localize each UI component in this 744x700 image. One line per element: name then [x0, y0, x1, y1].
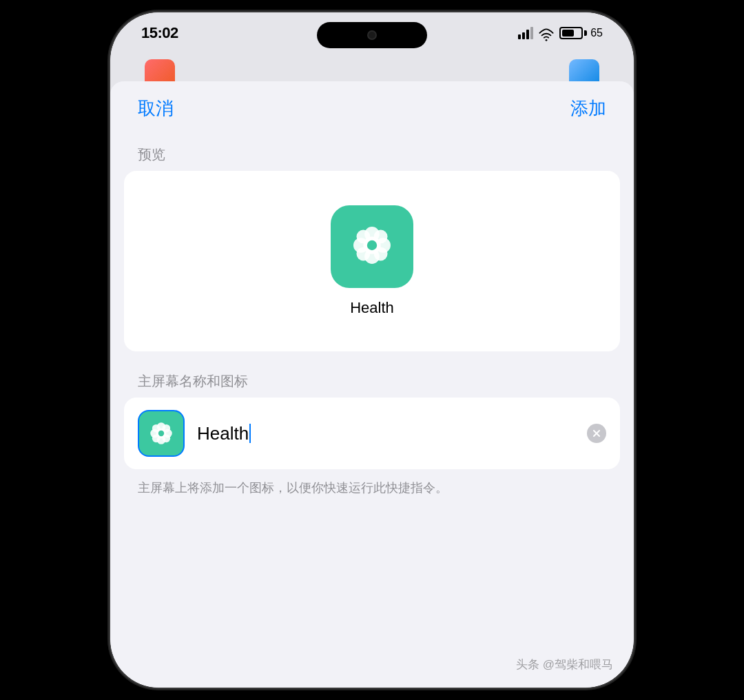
app-icon-small: [138, 410, 185, 457]
battery-level: 65: [590, 27, 603, 39]
cancel-button[interactable]: 取消: [138, 96, 174, 121]
preview-label: 预览: [110, 133, 634, 171]
svg-point-0: [546, 39, 548, 41]
app-icon-preview: [331, 205, 413, 288]
battery-icon: 65: [559, 27, 603, 39]
app-name-preview: Health: [350, 299, 394, 317]
name-input-container[interactable]: Health: [197, 423, 575, 444]
svg-point-20: [158, 431, 164, 436]
camera-lens: [367, 30, 377, 40]
phone-frame: 15:02 6: [110, 12, 634, 688]
watermark: 头条 @驾柴和喂马: [516, 657, 613, 672]
description-text: 主屏幕上将添加一个图标，以便你快速运行此快捷指令。: [110, 469, 634, 511]
name-card: Health: [124, 398, 620, 469]
clear-button[interactable]: [587, 424, 606, 443]
signal-icon: [518, 27, 533, 39]
name-input-value[interactable]: Health: [197, 423, 249, 444]
name-section-label: 主屏幕名称和图标: [110, 365, 634, 398]
dynamic-island: [317, 22, 427, 48]
add-button[interactable]: 添加: [570, 96, 606, 121]
wifi-icon: [539, 28, 554, 39]
status-time: 15:02: [141, 24, 178, 42]
health-icon: [347, 220, 397, 273]
bottom-sheet: 取消 添加 预览: [110, 81, 634, 688]
preview-card: Health: [124, 171, 620, 351]
sheet-header: 取消 添加: [110, 81, 634, 133]
phone-screen: 15:02 6: [110, 12, 634, 688]
status-icons: 65: [518, 27, 603, 39]
text-cursor: [249, 424, 251, 443]
svg-point-10: [367, 240, 377, 250]
